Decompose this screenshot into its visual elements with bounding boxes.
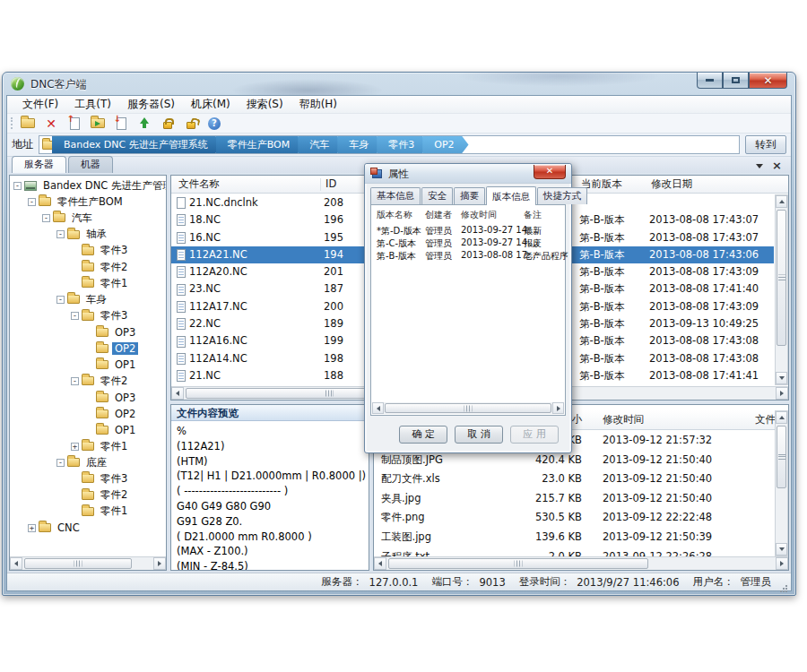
expander-icon[interactable]: - (71, 312, 79, 320)
attachment-row[interactable]: 子程序.txt2.0 KB2013-09-12 22:26:28 (374, 547, 775, 556)
unlock-icon[interactable] (183, 116, 199, 132)
scroll-up-button[interactable] (776, 411, 787, 424)
minimize-button[interactable] (697, 73, 723, 89)
new-folder-icon[interactable] (20, 116, 36, 132)
tree-item[interactable]: OP3 (10, 389, 166, 405)
column-id[interactable]: ID (325, 177, 336, 190)
expander-icon[interactable]: - (71, 377, 79, 385)
breadcrumb-part3[interactable]: 零件3 (377, 135, 429, 154)
help-icon[interactable]: ? (206, 116, 222, 132)
menu-help[interactable]: 帮助(H) (291, 95, 345, 114)
tree-item[interactable]: -零件2 (10, 373, 166, 389)
menu-machine[interactable]: 机床(M) (183, 95, 239, 114)
tab-basic-info[interactable]: 基本信息 (370, 187, 421, 204)
tree-item[interactable]: OP3 (10, 324, 166, 340)
attachments-vertical-scrollbar[interactable] (775, 410, 788, 556)
expander-icon[interactable]: - (56, 230, 65, 238)
column-version-name[interactable]: 版本名称 (377, 209, 412, 221)
lock-icon[interactable] (160, 116, 176, 132)
tree-item[interactable]: 零件3 (10, 243, 166, 259)
tree-item-root[interactable]: -Bandex DNC 先进生产管理系统 (10, 177, 166, 194)
expander-icon[interactable]: - (56, 296, 65, 304)
attachment-row[interactable]: 工装图.jpg139.6 KB2013-09-12 21:50:39 (374, 528, 775, 547)
tree-item[interactable]: -零件3 (10, 308, 166, 324)
tree-item-bom[interactable]: -零件生产BOM (10, 194, 166, 210)
scroll-right-button[interactable] (552, 402, 564, 414)
scroll-thumb[interactable] (24, 558, 132, 569)
tree-item[interactable]: OP1 (10, 422, 166, 438)
breadcrumb-root[interactable]: Bandex DNC 先进生产管理系统 (52, 135, 222, 154)
dialog-title-bar[interactable]: 属性 ✕ (365, 164, 571, 184)
attachments-hor-scrollbar[interactable] (374, 556, 788, 570)
expander-icon[interactable]: + (71, 443, 79, 451)
scroll-thumb[interactable] (777, 426, 786, 488)
scroll-down-button[interactable] (776, 543, 787, 556)
expander-icon[interactable]: - (13, 182, 22, 190)
breadcrumb-op2[interactable]: OP2 (422, 135, 468, 154)
breadcrumb-auto[interactable]: 汽车 (298, 135, 343, 154)
tree-horizontal-scrollbar[interactable] (10, 556, 166, 570)
tree-item-carbody[interactable]: -车身 (10, 291, 166, 307)
tree-item[interactable]: 零件2 (10, 259, 166, 275)
scroll-down-button[interactable] (776, 372, 787, 384)
scroll-left-button[interactable] (372, 402, 384, 414)
tab-summary[interactable]: 摘要 (454, 187, 485, 204)
panel-menu-icon[interactable] (756, 164, 763, 168)
upload-icon[interactable] (136, 116, 152, 132)
file-list-vertical-scrollbar[interactable] (775, 194, 788, 385)
scroll-right-button[interactable] (153, 557, 166, 570)
menu-tools[interactable]: 工具(T) (66, 95, 119, 114)
ok-button[interactable]: 确 定 (399, 426, 447, 444)
column-note[interactable]: 备注 (524, 209, 542, 221)
menu-search[interactable]: 搜索(S) (239, 95, 291, 114)
menu-file[interactable]: 文件(F) (14, 95, 66, 114)
toolbar-grip[interactable] (11, 117, 13, 129)
go-button[interactable]: 转到 (745, 135, 786, 154)
scroll-up-button[interactable] (776, 195, 787, 208)
delete-icon[interactable]: ✕ (43, 116, 59, 132)
title-bar[interactable]: DNC客户端 ✕ (3, 73, 795, 95)
tree-item[interactable]: 零件2 (10, 487, 166, 504)
tree-item[interactable]: OP2 (10, 406, 166, 422)
tab-server[interactable]: 服务器 (12, 156, 66, 173)
expander-icon[interactable]: + (28, 524, 36, 532)
dialog-horizontal-scrollbar[interactable] (372, 402, 564, 414)
scroll-left-button[interactable] (10, 557, 22, 570)
tree-item[interactable]: 零件1 (10, 504, 166, 520)
checkout-file-icon[interactable]: ↓ (113, 116, 129, 132)
scroll-thumb[interactable] (388, 558, 648, 569)
menu-server[interactable]: 服务器(S) (119, 95, 183, 114)
tab-machine[interactable]: 机器 (68, 156, 113, 173)
breadcrumb-bom[interactable]: 零件生产BOM (216, 135, 305, 154)
tree-item[interactable]: 零件3 (10, 470, 166, 487)
tree-item-auto[interactable]: -汽车 (10, 210, 166, 226)
tree-item[interactable]: +零件1 (10, 438, 166, 454)
version-row[interactable]: 第-C-版本 管理员 2013-09-27 14:... 报废 (371, 237, 565, 250)
tab-shortcut[interactable]: 快捷方式 (537, 187, 587, 204)
column-modified-date[interactable]: 修改日期 (651, 177, 692, 191)
close-button[interactable]: ✕ (749, 73, 787, 89)
scroll-left-button[interactable] (374, 557, 386, 570)
expander-icon[interactable]: - (42, 214, 50, 222)
attachment-row[interactable]: 夹具.jpg215.7 KB2013-09-12 21:50:40 (374, 489, 775, 509)
cancel-button[interactable]: 取 消 (455, 426, 503, 444)
tab-security[interactable]: 安全 (421, 187, 453, 204)
version-row[interactable]: 第-B-版本 管理员 2013-08-08 17:... 老产品程序 (371, 250, 565, 263)
breadcrumb-body[interactable]: 车身 (337, 135, 383, 154)
column-modified-time[interactable]: 修改时间 (461, 209, 497, 221)
expander-icon[interactable]: - (28, 198, 36, 206)
scroll-thumb[interactable] (385, 403, 551, 413)
column-file-name[interactable]: 文件名称 (178, 177, 220, 191)
version-row[interactable]: *第-D-版本 管理员 2013-09-27 14:... 最新 (371, 225, 565, 237)
dialog-close-button[interactable]: ✕ (534, 165, 566, 179)
scroll-left-button[interactable] (171, 387, 184, 400)
tree-item-cnc[interactable]: +CNC (10, 520, 166, 536)
maximize-button[interactable] (723, 73, 749, 89)
column-divider[interactable] (320, 178, 321, 191)
apply-button[interactable]: 应 用 (510, 426, 559, 444)
tree-item[interactable]: OP1 (10, 357, 166, 373)
tree-item-bearing[interactable]: -轴承 (10, 227, 166, 243)
tree-item-base[interactable]: -底座 (10, 454, 166, 470)
scroll-right-button[interactable] (776, 557, 788, 570)
column-modified-time[interactable]: 修改时间 (603, 413, 644, 426)
